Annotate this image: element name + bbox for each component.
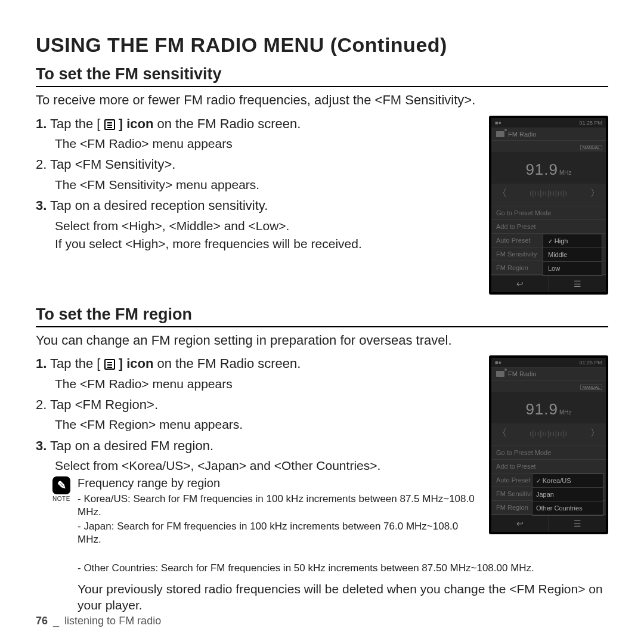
reg-step-2: 2. Tap <FM Region>.	[36, 397, 477, 414]
frequency-value: 91.9	[525, 400, 558, 418]
sens-step-3: 3. Tap on a desired reception sensitivit…	[36, 197, 477, 215]
note-title: Frequency range by region	[78, 476, 477, 490]
note-label: NOTE	[51, 496, 72, 502]
frequency-value: 91.9	[525, 160, 558, 178]
menu-goto-preset[interactable]: Go to Preset Mode	[491, 446, 606, 460]
menu-icon	[104, 359, 115, 370]
opt-korea-us[interactable]: Korea/US	[532, 474, 603, 488]
page-title: USING THE FM RADIO MENU (Continued)	[36, 33, 608, 57]
sensitivity-popup: High Middle Low	[543, 234, 602, 276]
phone-time: 01:25 PM	[579, 360, 602, 366]
section-sensitivity-title: To set the FM sensitivity	[36, 65, 608, 87]
reg-step-1: 1. Tap the [ ] icon on the FM Radio scre…	[36, 355, 477, 373]
note-line-2: - Japan: Search for FM frequencies in 10…	[78, 520, 477, 546]
sens-step-1-sub: The <FM Radio> menu appears	[55, 136, 477, 151]
manual-badge: MANUAL	[580, 145, 602, 150]
opt-low[interactable]: Low	[543, 262, 602, 275]
region-popup: Korea/US Japan Other Countries	[532, 473, 603, 516]
manual-badge: MANUAL	[580, 385, 602, 390]
sens-step-2-sub: The <FM Sensitivity> menu appears.	[55, 177, 477, 193]
opt-high[interactable]: High	[543, 234, 602, 248]
menu-goto-preset[interactable]: Go to Preset Mode	[491, 206, 606, 220]
page-footer: 76 _ listening to FM radio	[36, 615, 161, 627]
menu-button[interactable]: ☰	[549, 515, 606, 532]
frequency-unit: MHz	[559, 169, 572, 176]
phone-mockup-sensitivity: ■●01:25 PM FM Radio MANUAL 91.9MHz 〈ı|ıı…	[489, 116, 608, 295]
back-button[interactable]: ↩	[491, 515, 549, 532]
phone-title: FM Radio	[508, 370, 537, 377]
opt-middle[interactable]: Middle	[543, 248, 602, 262]
note-block: ✎ NOTE Frequency range by region - Korea…	[51, 476, 477, 547]
opt-other[interactable]: Other Countries	[532, 501, 603, 515]
tune-right-icon[interactable]: 〉	[590, 427, 600, 439]
note-line-3: - Other Countries: Search for FM frequen…	[78, 562, 608, 575]
sens-step-2: 2. Tap <FM Sensitivity>.	[36, 156, 477, 174]
section-region-title: To set the FM region	[36, 305, 608, 327]
tune-right-icon[interactable]: 〉	[590, 187, 600, 200]
reg-step-3-sub: Select from <Korea/US>, <Japan> and <Oth…	[55, 458, 477, 473]
sens-step-3-sub2: If you select <High>, more frequencies w…	[55, 236, 477, 252]
sens-step-1: 1. Tap the [ ] icon on the FM Radio scre…	[36, 116, 477, 133]
menu-button[interactable]: ☰	[549, 275, 606, 292]
menu-icon	[104, 119, 115, 130]
footer-sep: _	[53, 615, 59, 627]
reg-step-1-sub: The <FM Radio> menu appears	[55, 376, 477, 392]
reg-step-3: 3. Tap on a desired FM region.	[36, 438, 477, 455]
reg-step-2-sub: The <FM Region> menu appears.	[55, 417, 477, 432]
note-long: Your previously stored radio frequencies…	[78, 581, 608, 614]
phone-title: FM Radio	[508, 131, 537, 138]
menu-add-preset[interactable]: Add to Preset	[491, 460, 606, 473]
chapter-name: listening to FM radio	[64, 615, 161, 627]
region-intro: You can change an FM region setting in p…	[36, 332, 608, 349]
menu-add-preset[interactable]: Add to Preset	[491, 220, 606, 234]
tune-left-icon[interactable]: 〈	[497, 187, 507, 200]
back-button[interactable]: ↩	[491, 275, 549, 292]
opt-japan[interactable]: Japan	[532, 488, 603, 501]
page-number: 76	[36, 615, 48, 627]
sensitivity-intro: To receive more or fewer FM radio freque…	[36, 92, 608, 109]
note-line-1: - Korea/US: Search for FM frequencies in…	[78, 493, 477, 519]
tune-left-icon[interactable]: 〈	[497, 427, 507, 439]
sens-step-3-sub1: Select from <High>, <Middle> and <Low>.	[55, 218, 477, 234]
frequency-unit: MHz	[559, 409, 572, 416]
note-icon: ✎	[52, 476, 70, 494]
radio-icon	[496, 371, 504, 377]
radio-icon	[496, 131, 504, 137]
phone-time: 01:25 PM	[579, 120, 602, 126]
phone-mockup-region: ■●01:25 PM FM Radio MANUAL 91.9MHz 〈ı|ıı…	[489, 355, 608, 534]
